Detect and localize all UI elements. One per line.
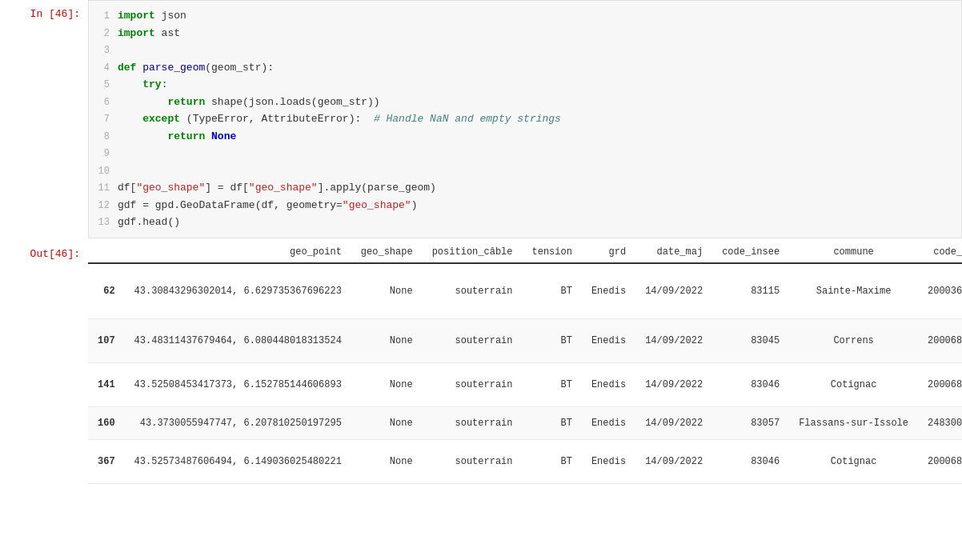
code-line-11: 11 df["geo_shape"] = df["geo_shape"].app… — [89, 179, 961, 197]
col-header-index — [88, 242, 125, 263]
table-cell: 14/09/2022 — [635, 263, 712, 319]
dataframe-output: geo_point geo_shape position_câble tensi… — [88, 242, 962, 484]
table-cell: Sainte-Maxime — [789, 263, 918, 319]
col-header-geo-point: geo_point — [125, 242, 351, 263]
table-cell: 83046 — [712, 439, 789, 483]
code-line-4: 4 def parse_geom(geom_str): — [89, 59, 961, 77]
table-cell: 83045 — [712, 318, 789, 362]
code-line-8: 8 return None — [89, 128, 961, 146]
table-cell: 200068104. — [918, 362, 962, 406]
table-cell: 248300550. — [918, 406, 962, 439]
table-row: 16043.3730055947747, 6.207810250197295No… — [88, 406, 962, 439]
code-line-9: 9 — [89, 145, 961, 162]
output-cell: Out[46]: geo_point geo_shape position_câ… — [0, 242, 962, 484]
table-row: 10743.48311437679464, 6.080448018313524N… — [88, 318, 962, 362]
table-cell: None — [351, 406, 423, 439]
table-cell: Cotignac — [789, 362, 918, 406]
table-cell: 43.30843296302014, 6.629735367696223 — [125, 263, 351, 319]
code-line-6: 6 return shape(json.loads(geom_str)) — [89, 94, 961, 111]
code-line-5: 5 try: — [89, 76, 961, 94]
input-label: In [46]: — [0, 0, 88, 238]
table-cell: Enedis — [582, 263, 635, 319]
code-content[interactable]: 1 import json 2 import ast 3 4 def parse… — [88, 0, 962, 238]
col-header-grd: grd — [582, 242, 635, 263]
col-header-tension: tension — [523, 242, 582, 263]
table-cell: BT — [523, 362, 582, 406]
table-cell: BT — [523, 406, 582, 439]
table-cell: BT — [523, 263, 582, 319]
table-cell: Enedis — [582, 318, 635, 362]
code-line-1: 1 import json — [89, 7, 961, 25]
table-cell: Correns — [789, 318, 918, 362]
code-line-13: 13 gdf.head() — [89, 214, 961, 231]
table-cell: Enedis — [582, 362, 635, 406]
table-cell: Flassans-sur-Issole — [789, 406, 918, 439]
table-cell: souterrain — [423, 362, 523, 406]
code-line-12: 12 gdf = gpd.GeoDataFrame(df, geometry="… — [89, 197, 961, 214]
table-cell: 43.3730055947747, 6.207810250197295 — [125, 406, 351, 439]
table-cell: None — [351, 263, 423, 319]
table-cell: 43.52573487606494, 6.149036025480221 — [125, 439, 351, 483]
table-cell: None — [351, 362, 423, 406]
table-header-row: geo_point geo_shape position_câble tensi… — [88, 242, 962, 263]
table-cell: 62 — [88, 263, 125, 319]
col-header-code-insee: code_insee — [712, 242, 789, 263]
table-cell: 200068104. — [918, 318, 962, 362]
table-cell: 43.48311437679464, 6.080448018313524 — [125, 318, 351, 362]
col-header-commune: commune — [789, 242, 918, 263]
table-cell: Cotignac — [789, 439, 918, 483]
table-cell: 83046 — [712, 362, 789, 406]
table-cell: 141 — [88, 362, 125, 406]
table-cell: None — [351, 439, 423, 483]
table-cell: 14/09/2022 — [635, 362, 712, 406]
table-cell: souterrain — [423, 263, 523, 319]
table-cell: 367 — [88, 439, 125, 483]
table-cell: 14/09/2022 — [635, 439, 712, 483]
table-cell: souterrain — [423, 406, 523, 439]
table-cell: BT — [523, 318, 582, 362]
col-header-geo-shape: geo_shape — [351, 242, 423, 263]
table-cell: 83115 — [712, 263, 789, 319]
table-row: 36743.52573487606494, 6.149036025480221N… — [88, 439, 962, 483]
dataframe-table: geo_point geo_shape position_câble tensi… — [88, 242, 962, 484]
table-cell: 160 — [88, 406, 125, 439]
code-line-2: 2 import ast — [89, 25, 961, 42]
col-header-date-maj: date_maj — [635, 242, 712, 263]
code-line-3: 3 — [89, 42, 961, 59]
table-cell: 107 — [88, 318, 125, 362]
col-header-code-epci: code_epci — [918, 242, 962, 263]
table-cell: 83057 — [712, 406, 789, 439]
table-row: 14143.52508453417373, 6.152785144606893N… — [88, 362, 962, 406]
input-cell: In [46]: 1 import json 2 import ast 3 4 … — [0, 0, 962, 238]
table-cell: Enedis — [582, 406, 635, 439]
code-line-10: 10 — [89, 162, 961, 180]
table-cell: None — [351, 318, 423, 362]
table-cell: 200036077. — [918, 263, 962, 319]
output-label: Out[46]: — [0, 242, 88, 484]
table-cell: 200068104. — [918, 439, 962, 483]
table-row: 6243.30843296302014, 6.629735367696223No… — [88, 263, 962, 319]
table-cell: 43.52508453417373, 6.152785144606893 — [125, 362, 351, 406]
table-cell: BT — [523, 439, 582, 483]
table-cell: 14/09/2022 — [635, 318, 712, 362]
table-cell: souterrain — [423, 439, 523, 483]
code-line-7: 7 except (TypeError, AttributeError): # … — [89, 110, 961, 128]
col-header-position-cable: position_câble — [423, 242, 523, 263]
table-cell: souterrain — [423, 318, 523, 362]
table-cell: Enedis — [582, 439, 635, 483]
table-cell: 14/09/2022 — [635, 406, 712, 439]
